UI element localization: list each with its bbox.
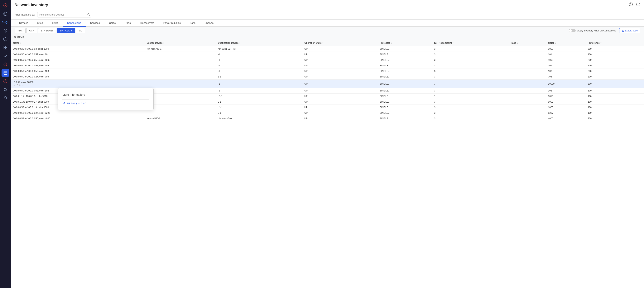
sidebar-topology-icon[interactable]	[2, 27, 9, 34]
svg-point-6	[5, 30, 6, 31]
cell-igp-hops-count: 3	[432, 105, 509, 110]
cell-operation-state: UP	[302, 80, 378, 88]
row-name: .0.0.52, color 10000	[13, 81, 34, 84]
sidebar-notification-icon[interactable]	[2, 94, 9, 102]
col-preference[interactable]: Preference▾	[586, 40, 644, 46]
table-row[interactable]: 100.0.0.50 to 100.0.0.52, color 103-1UPS…	[11, 68, 644, 74]
table-row[interactable]: 100.0.0.50 to 100.0.0.27, color 7053-1UP…	[11, 74, 644, 80]
col-protected[interactable]: Protected▾	[378, 40, 432, 46]
cell-source-device	[144, 88, 216, 94]
cell-tags	[509, 63, 546, 68]
export-table-button[interactable]: Export Table	[619, 28, 640, 33]
external-link-icon[interactable]	[16, 84, 18, 87]
navigate-icon[interactable]: ➤	[19, 84, 21, 87]
sub-tabs-bar: NMCOCHETHERNETSR POLICYMC Apply Inventor…	[11, 27, 644, 35]
tab-services[interactable]: Services	[86, 19, 104, 27]
sub-tab-sr-policy[interactable]: SR POLICY	[57, 28, 75, 33]
filter-input-wrap	[37, 12, 91, 17]
col-color[interactable]: Color▾	[546, 40, 586, 46]
row-actions: ☆ ➤ ···	[13, 84, 142, 87]
cell-operation-state: UP	[302, 116, 378, 121]
sub-tab-mc[interactable]: MC	[76, 28, 85, 33]
cell-destination-device: 3-1	[216, 110, 302, 116]
tab-sites[interactable]: Sites	[33, 19, 48, 27]
cell-destination-device: -1	[216, 68, 302, 74]
filter-search-button[interactable]	[87, 13, 90, 16]
cell-tags	[509, 46, 546, 52]
svg-line-21	[6, 91, 7, 91]
cell-preference: 100	[586, 52, 644, 57]
sort-icon: ▾	[391, 42, 392, 44]
external-link-icon	[62, 102, 65, 105]
cell-igp-hops-count: 3	[432, 46, 509, 52]
table-row[interactable]: 100.0.0.50 to 100.0.0.52, color 101-1UPS…	[11, 52, 644, 57]
cell-preference: 100	[586, 105, 644, 110]
svg-rect-14	[4, 71, 7, 75]
cell-operation-state: UP	[302, 88, 378, 94]
table-row[interactable]: 100.0.0.52 to 100.0.0.50, color 4000ron-…	[11, 116, 644, 121]
cell-color: 10000	[546, 80, 586, 88]
refresh-icon[interactable]	[636, 2, 640, 7]
table-row[interactable]: .0.0.52, color 10000 ☆ ➤ ··· -1UPSINGLE.…	[11, 80, 644, 88]
table-row[interactable]: 100.0.0.50 to 100.0.0.52, color 1000-1UP…	[11, 57, 644, 63]
col-igp-hops-count[interactable]: IGP Hops Count▾	[432, 40, 509, 46]
sub-tab-nmc[interactable]: NMC	[14, 28, 26, 33]
sidebar-search-icon[interactable]	[2, 86, 9, 94]
cell-source-device	[144, 110, 216, 116]
cell-tags	[509, 52, 546, 57]
table-row[interactable]: 100.0.0.20 to 100.0.0.3, color 1000ron-n…	[11, 46, 644, 52]
sidebar-network-icon[interactable]	[2, 35, 9, 43]
sidebar-close-icon[interactable]	[2, 1, 9, 9]
star-icon[interactable]: ☆	[13, 84, 15, 87]
sub-tab-ethernet[interactable]: ETHERNET	[38, 28, 56, 33]
tab-devices[interactable]: Devices	[14, 19, 33, 27]
sidebar-tools-icon[interactable]	[2, 61, 9, 68]
help-icon[interactable]	[629, 2, 633, 7]
table-row[interactable]: 100.0.0.52 to 100.0.0.27, color 52273-1U…	[11, 110, 644, 116]
sidebar-alarm-icon[interactable]	[2, 77, 9, 85]
sr-policy-cnc-link[interactable]: SR Policy at CNC	[62, 102, 149, 105]
col-source-device[interactable]: Source Device▾	[144, 40, 216, 46]
cell-tags	[509, 94, 546, 99]
cell-igp-hops-count: 3	[432, 116, 509, 121]
cell-protected: SINGLE...	[378, 74, 432, 80]
cell-igp-hops-count: 3	[432, 74, 509, 80]
sidebar-layers-icon[interactable]	[2, 44, 9, 51]
cell-operation-state: UP	[302, 68, 378, 74]
sort-icon: ▾	[517, 42, 518, 44]
more-icon[interactable]: ···	[22, 84, 24, 87]
tab-shelves[interactable]: Shelves	[200, 19, 218, 27]
tab-power-supplies[interactable]: Power Supplies	[159, 19, 185, 27]
sub-tab-och[interactable]: OCH	[26, 28, 37, 33]
cell-color: 4000	[546, 116, 586, 121]
sidebar-globe-icon[interactable]	[2, 10, 9, 18]
sidebar-inventory-icon[interactable]	[2, 69, 9, 77]
sort-icon: ▾	[322, 42, 323, 44]
svg-point-24	[88, 13, 89, 15]
sidebar: SHQL	[0, 0, 11, 288]
tab-cards[interactable]: Cards	[104, 19, 120, 27]
svg-rect-12	[6, 48, 7, 49]
inventory-filter-toggle[interactable]	[569, 29, 576, 32]
shql-label: SHQL	[2, 21, 9, 24]
sub-tabs-left: NMCOCHETHERNETSR POLICYMC	[14, 28, 85, 33]
filter-input[interactable]	[37, 12, 91, 17]
sidebar-analytics-icon[interactable]	[2, 52, 9, 60]
cell-operation-state: UP	[302, 57, 378, 63]
header-actions	[629, 2, 640, 7]
sort-icon: ▾	[600, 42, 601, 44]
col-name[interactable]: Name▾	[11, 40, 144, 46]
tab-ports[interactable]: Ports	[120, 19, 135, 27]
tab-connections[interactable]: Connections	[62, 19, 86, 27]
tab-links[interactable]: Links	[48, 19, 62, 27]
tab-transceivers[interactable]: Transceivers	[135, 19, 159, 27]
cell-tags	[509, 80, 546, 88]
col-destination-device[interactable]: Destination Device▾	[216, 40, 302, 46]
tab-fans[interactable]: Fans	[185, 19, 200, 27]
sidebar-shql-icon[interactable]: SHQL	[2, 18, 9, 26]
col-operation-state[interactable]: Operation State▾	[302, 40, 378, 46]
col-tags[interactable]: Tags▾	[509, 40, 546, 46]
cell-source-device	[144, 57, 216, 63]
sort-icon: ▾	[239, 42, 240, 44]
table-row[interactable]: 100.0.0.50 to 100.0.0.52, color 705-1UPS…	[11, 63, 644, 68]
